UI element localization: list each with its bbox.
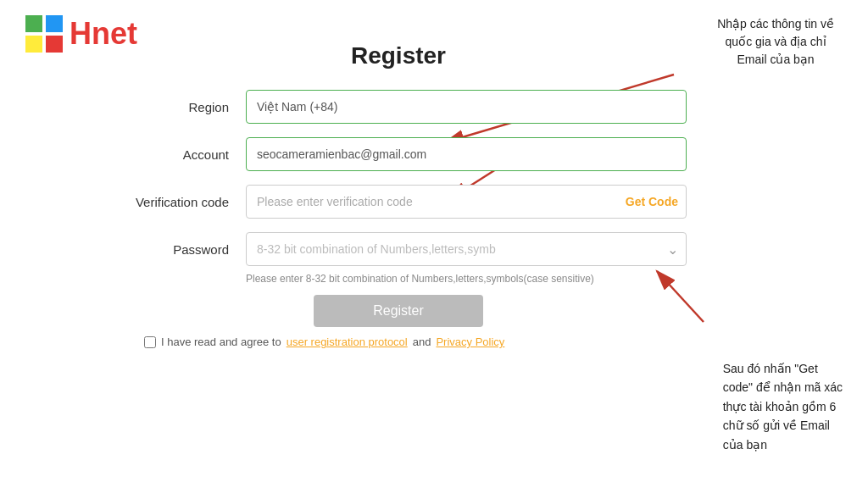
password-hint: Please enter 8-32 bit combination of Num… bbox=[110, 273, 687, 285]
account-input[interactable] bbox=[246, 137, 687, 171]
annotation-top-right: Nhập các thông tin vềquốc gia và địa chỉ… bbox=[717, 15, 834, 69]
verification-row: Verification code Get Code bbox=[110, 185, 687, 219]
agreement-checkbox[interactable] bbox=[144, 336, 156, 348]
verification-label: Verification code bbox=[110, 195, 246, 209]
password-wrapper: ⌄ bbox=[246, 232, 687, 266]
annotation-bottom-right: Sau đó nhấn "Getcode" để nhận mã xácthực… bbox=[723, 359, 843, 454]
get-code-button[interactable]: Get Code bbox=[626, 195, 678, 208]
account-row: Account bbox=[110, 137, 687, 171]
password-row: Password ⌄ bbox=[110, 232, 687, 266]
eye-icon[interactable]: ⌄ bbox=[667, 241, 678, 258]
region-input[interactable] bbox=[246, 90, 687, 124]
user-registration-protocol-link[interactable]: user registration protocol bbox=[287, 336, 408, 348]
hnet-logo-icon bbox=[25, 15, 63, 53]
verification-wrapper: Get Code bbox=[246, 185, 687, 219]
register-btn-row: Register bbox=[110, 295, 687, 327]
svg-rect-1 bbox=[46, 15, 63, 32]
svg-rect-0 bbox=[25, 15, 42, 32]
region-row: Region bbox=[110, 90, 687, 124]
agreement-and: and bbox=[413, 336, 431, 348]
svg-rect-3 bbox=[46, 36, 63, 53]
agreement-row: I have read and agree to user registrati… bbox=[110, 336, 687, 348]
annotation-bottom-text: Sau đó nhấn "Getcode" để nhận mã xácthực… bbox=[723, 362, 843, 452]
form-title: Register bbox=[110, 42, 687, 69]
verification-input[interactable] bbox=[246, 185, 687, 219]
password-input[interactable] bbox=[246, 232, 687, 266]
svg-rect-2 bbox=[25, 36, 42, 53]
privacy-policy-link[interactable]: Privacy Policy bbox=[436, 336, 504, 348]
agreement-text: I have read and agree to bbox=[161, 336, 281, 348]
register-form: Register Region Account Verification cod… bbox=[110, 42, 687, 348]
region-label: Region bbox=[110, 100, 246, 114]
annotation-top-text: Nhập các thông tin vềquốc gia và địa chỉ… bbox=[717, 17, 834, 66]
password-label: Password bbox=[110, 242, 246, 257]
register-button[interactable]: Register bbox=[314, 295, 483, 327]
account-label: Account bbox=[110, 147, 246, 162]
